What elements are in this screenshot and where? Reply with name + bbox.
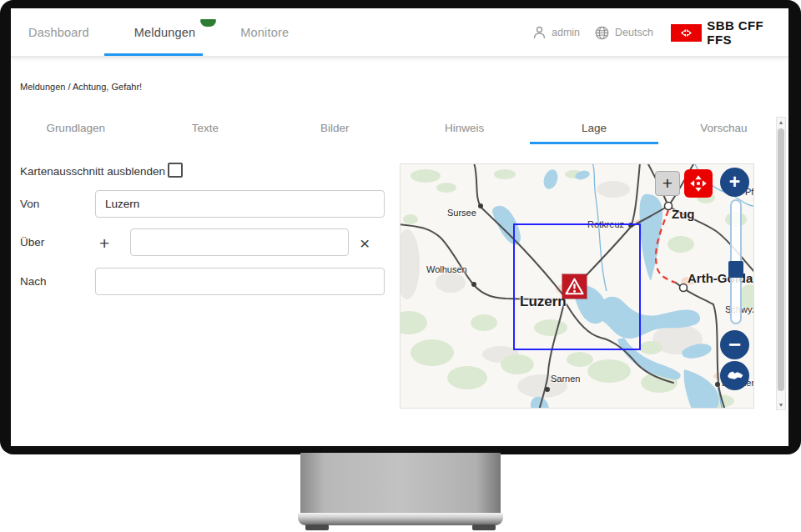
monitor-bezel: DashboardMeldungenMonitore admin Deutsch — [0, 0, 801, 454]
page-scrollbar[interactable]: ▲ ▼ — [776, 117, 786, 410]
map-label-arth-goldau: Arth-Goldau — [688, 271, 754, 285]
sbb-logo-icon — [671, 24, 702, 42]
map-label-sarnen: Sarnen — [551, 374, 580, 384]
tab-grundlagen[interactable]: Grundlagen — [11, 117, 140, 141]
map[interactable]: SurseeWolhusenRotkreuzZugArth-GoldauLuze… — [400, 163, 754, 409]
brand: SBB CFF FFS — [671, 8, 788, 57]
map-town-dot — [478, 203, 483, 208]
scrollbar-up-icon[interactable]: ▲ — [777, 118, 785, 127]
tab-texte[interactable]: Texte — [140, 117, 270, 141]
add-via-button[interactable]: + — [99, 234, 109, 252]
warning-marker-icon[interactable] — [562, 274, 587, 299]
pan-tool-button[interactable] — [684, 169, 713, 198]
map-label-zug: Zug — [672, 207, 695, 221]
nav-item-meldungen[interactable]: Meldungen — [134, 26, 196, 39]
monitor-foot — [472, 524, 496, 530]
person-icon — [533, 26, 546, 39]
screen: DashboardMeldungenMonitore admin Deutsch — [11, 8, 788, 446]
active-nav-underline — [104, 53, 203, 56]
breadcrumb: Meldungen / Achtung, Gefahr! — [20, 82, 142, 92]
language-label: Deutsch — [615, 27, 653, 38]
nav-item-monitore[interactable]: Monitore — [240, 26, 289, 39]
zoom-slider-thumb[interactable] — [728, 261, 743, 278]
nach-input[interactable] — [95, 268, 385, 295]
zoom-in-button[interactable]: + — [720, 168, 749, 197]
tab-bar: GrundlagenTexteBilderHinweisLageVorschau — [11, 117, 788, 141]
scrollbar-down-icon[interactable]: ▼ — [777, 400, 785, 409]
nach-label: Nach — [20, 275, 47, 288]
nav-item-dashboard[interactable]: Dashboard — [28, 26, 89, 39]
von-label: Von — [20, 198, 39, 210]
monitor-foot — [305, 524, 329, 530]
tab-hinweis[interactable]: Hinweis — [400, 117, 529, 141]
switzerland-icon — [725, 369, 744, 382]
ueber-input[interactable] — [130, 228, 349, 256]
tab-lage[interactable]: Lage — [529, 117, 658, 141]
map-town-dot — [715, 382, 720, 387]
user-menu[interactable]: admin — [533, 8, 580, 57]
hide-map-checkbox[interactable] — [168, 163, 183, 178]
brand-text: SBB CFF FFS — [707, 18, 788, 47]
box-zoom-button[interactable]: + — [655, 171, 680, 196]
language-menu[interactable]: Deutsch — [595, 8, 653, 57]
tab-bilder[interactable]: Bilder — [270, 117, 400, 141]
map-label-sursee: Sursee — [447, 208, 476, 218]
monitor-stand-base — [298, 513, 503, 525]
map-town-dot — [545, 387, 550, 392]
map-town-dot — [471, 282, 476, 287]
home-extent-button[interactable] — [720, 361, 749, 390]
top-navbar: DashboardMeldungenMonitore admin Deutsch — [11, 8, 788, 57]
notification-badge — [200, 19, 216, 27]
clear-via-button[interactable]: × — [360, 234, 370, 252]
globe-icon — [595, 26, 609, 40]
tab-vorschau[interactable]: Vorschau — [659, 117, 788, 141]
zoom-out-button[interactable]: − — [720, 330, 749, 359]
move-arrows-icon — [688, 173, 708, 193]
monitor-stand — [300, 453, 501, 514]
hide-map-label: Kartenausschnitt ausblenden — [20, 165, 165, 178]
scrollbar-thumb[interactable] — [778, 128, 784, 391]
von-input[interactable] — [95, 190, 385, 218]
map-label-wolhusen: Wolhusen — [426, 264, 467, 274]
nav-items: DashboardMeldungenMonitore — [28, 8, 289, 57]
ueber-label: Über — [20, 236, 44, 248]
user-label: admin — [552, 27, 580, 38]
